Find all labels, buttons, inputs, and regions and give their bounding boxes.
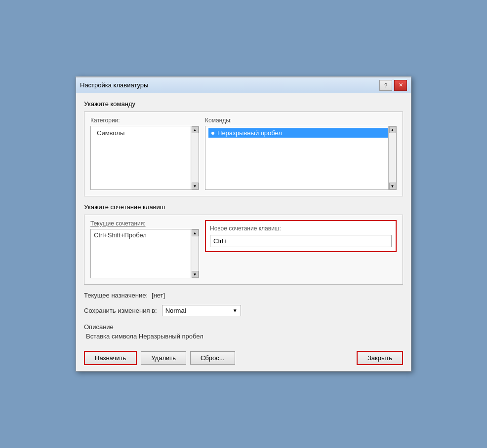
close-dialog-button[interactable]: Закрыть — [357, 351, 403, 365]
save-label: Сохранить изменения в: — [84, 307, 157, 314]
assign-button[interactable]: Назначить — [84, 351, 137, 365]
description-text: Вставка символа Неразрывный пробел — [84, 333, 403, 340]
dialog-title: Настройка клавиатуры — [80, 81, 148, 89]
new-shortcut-label: Новое сочетание клавиш: — [210, 225, 392, 232]
categories-scroll-track — [192, 133, 199, 183]
new-shortcut-input[interactable] — [210, 235, 392, 247]
reset-button[interactable]: Сброс... — [190, 351, 235, 365]
title-bar-buttons: ? ✕ — [379, 80, 407, 91]
commands-list-content: Неразрывный пробел — [205, 126, 396, 189]
keyboard-settings-dialog: Настройка клавиатуры ? ✕ Укажите команду… — [76, 76, 411, 372]
shortcut-section-label: Укажите сочетание клавиш — [84, 203, 403, 211]
commands-item-nbsp[interactable]: Неразрывный пробел — [208, 128, 393, 138]
commands-column: Команды: Неразрывный пробел ▲ ▼ — [205, 117, 397, 190]
commands-scroll-down[interactable]: ▼ — [389, 183, 396, 189]
current-shortcut-value: Ctrl+Shift+Пробел — [91, 229, 199, 241]
dropdown-arrow-icon: ▼ — [233, 308, 238, 313]
save-dropdown[interactable]: Normal ▼ — [162, 305, 241, 316]
current-shortcuts-listbox[interactable]: Ctrl+Shift+Пробел ▲ ▼ — [90, 229, 199, 278]
categories-scrollbar[interactable]: ▲ ▼ — [191, 126, 199, 189]
commands-listbox[interactable]: Неразрывный пробел ▲ ▼ — [205, 126, 397, 190]
save-row: Сохранить изменения в: Normal ▼ — [84, 305, 403, 316]
categories-scroll-up[interactable]: ▲ — [192, 126, 199, 133]
categories-list-content: Символы — [91, 126, 199, 189]
description-section: Описание Вставка символа Неразрывный про… — [84, 323, 403, 340]
current-scroll-track — [192, 236, 199, 271]
dialog-body: Укажите команду Категории: Символы ▲ ▼ — [76, 93, 411, 371]
current-scroll-down[interactable]: ▼ — [192, 271, 199, 278]
new-shortcut-column: Новое сочетание клавиш: — [205, 220, 397, 278]
commands-scroll-up[interactable]: ▲ — [389, 126, 396, 133]
delete-button[interactable]: Удалить — [141, 351, 186, 365]
assignment-value: [нет] — [152, 292, 165, 299]
categories-item-symbols[interactable]: Символы — [94, 128, 196, 138]
description-title: Описание — [84, 323, 403, 331]
help-button[interactable]: ? — [379, 80, 392, 91]
categories-label: Категории: — [90, 117, 199, 124]
new-shortcut-box: Новое сочетание клавиш: — [205, 220, 397, 252]
specify-command-section: Категории: Символы ▲ ▼ Команды: — [84, 112, 403, 196]
shortcut-columns: Текущие сочетания: Ctrl+Shift+Пробел ▲ ▼… — [90, 220, 397, 278]
categories-listbox[interactable]: Символы ▲ ▼ — [90, 126, 199, 190]
commands-label: Команды: — [205, 117, 397, 124]
assignment-label: Текущее назначение: — [84, 292, 148, 299]
specify-command-label: Укажите команду — [84, 100, 403, 108]
title-bar: Настройка клавиатуры ? ✕ — [76, 77, 411, 93]
commands-scrollbar[interactable]: ▲ ▼ — [388, 126, 396, 189]
close-button[interactable]: ✕ — [394, 80, 407, 91]
current-shortcuts-label: Текущие сочетания: — [90, 220, 199, 227]
shortcut-section: Текущие сочетания: Ctrl+Shift+Пробел ▲ ▼… — [84, 215, 403, 285]
assignment-row: Текущее назначение: [нет] — [84, 292, 403, 299]
command-columns: Категории: Символы ▲ ▼ Команды: — [90, 117, 397, 190]
current-shortcuts-column: Текущие сочетания: Ctrl+Shift+Пробел ▲ ▼ — [90, 220, 199, 278]
categories-scroll-down[interactable]: ▼ — [192, 183, 199, 189]
save-dropdown-value: Normal — [165, 307, 186, 314]
current-shortcuts-scrollbar[interactable]: ▲ ▼ — [191, 229, 199, 278]
categories-column: Категории: Символы ▲ ▼ — [90, 117, 199, 190]
button-row: Назначить Удалить Сброс... Закрыть — [84, 348, 403, 365]
commands-scroll-track — [389, 133, 396, 183]
current-scroll-up[interactable]: ▲ — [192, 229, 199, 236]
selected-dot — [211, 132, 214, 135]
commands-item-label: Неразрывный пробел — [217, 129, 282, 137]
